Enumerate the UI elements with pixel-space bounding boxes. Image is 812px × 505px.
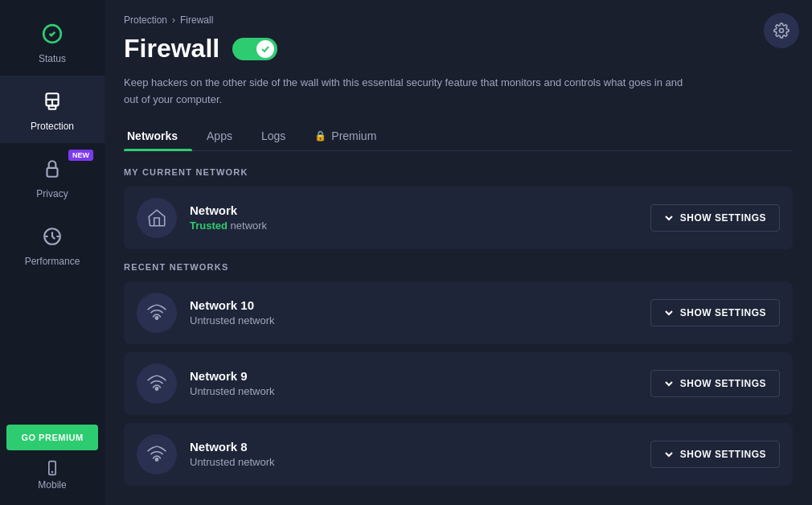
sidebar-item-mobile-label: Mobile	[38, 479, 66, 491]
recent-network-name-2: Network 8	[190, 440, 638, 454]
recent-network-info-0: Network 10 Untrusted network	[190, 298, 638, 326]
chevron-down-icon-0	[664, 308, 674, 318]
privacy-icon	[38, 154, 67, 183]
sidebar: Status Protection NEW Privacy	[0, 0, 105, 505]
tab-premium[interactable]: 🔒 Premium	[300, 123, 391, 150]
recent-network-show-settings-button-1[interactable]: SHOW SETTINGS	[650, 370, 780, 397]
recent-network-card-0: Network 10 Untrusted network SHOW SETTIN…	[124, 281, 793, 344]
svg-point-15	[155, 387, 158, 389]
page-title-row: Firewall	[124, 34, 793, 64]
current-network-show-settings-button[interactable]: SHOW SETTINGS	[650, 204, 780, 232]
breadcrumb-parent: Protection	[124, 14, 167, 26]
chevron-down-icon-2	[664, 450, 674, 459]
recent-network-status-1: Untrusted network	[190, 385, 638, 397]
tab-networks-label: Networks	[127, 129, 178, 142]
tab-apps[interactable]: Apps	[192, 123, 247, 150]
recent-network-settings-label-0: SHOW SETTINGS	[680, 307, 766, 318]
recent-network-status-0: Untrusted network	[190, 314, 638, 326]
sidebar-item-protection-label: Protection	[31, 121, 74, 132]
content-area: MY CURRENT NETWORK Network Trusted netwo…	[105, 151, 812, 505]
sidebar-item-performance[interactable]: Performance	[0, 211, 105, 278]
recent-network-name-0: Network 10	[190, 298, 638, 312]
firewall-toggle[interactable]	[232, 38, 277, 60]
trusted-suffix: network	[228, 220, 267, 232]
svg-point-11	[780, 29, 784, 33]
breadcrumb-current: Firewall	[180, 14, 213, 26]
recent-network-info-2: Network 8 Untrusted network	[190, 440, 638, 468]
wifi-icon-1	[146, 373, 167, 394]
recent-network-info-1: Network 9 Untrusted network	[190, 369, 638, 397]
current-network-name: Network	[190, 203, 638, 217]
recent-network-icon-0	[137, 293, 177, 333]
protection-icon	[38, 87, 67, 116]
recent-network-show-settings-button-0[interactable]: SHOW SETTINGS	[650, 299, 780, 326]
current-network-icon	[137, 198, 177, 238]
recent-network-card-2: Network 8 Untrusted network SHOW SETTING…	[124, 423, 793, 486]
recent-network-settings-label-1: SHOW SETTINGS	[680, 378, 766, 389]
performance-icon	[38, 222, 67, 251]
recent-networks-label: RECENT NETWORKS	[124, 262, 793, 272]
breadcrumb: Protection › Firewall	[124, 14, 793, 26]
chevron-down-icon-1	[664, 379, 674, 388]
main-content: Protection › Firewall Firewall Keep hack…	[105, 0, 812, 505]
chevron-down-icon	[664, 213, 674, 223]
sidebar-item-protection[interactable]: Protection	[0, 76, 105, 143]
wifi-icon-0	[146, 302, 167, 323]
page-description: Keep hackers on the other side of the wa…	[124, 75, 687, 109]
page-title: Firewall	[124, 34, 219, 64]
svg-rect-5	[47, 168, 58, 177]
current-network-card: Network Trusted network SHOW SETTINGS	[124, 187, 793, 249]
svg-rect-4	[49, 105, 56, 109]
lock-icon: 🔒	[314, 130, 326, 142]
toggle-knob	[256, 40, 274, 58]
tab-networks[interactable]: Networks	[124, 123, 192, 150]
mobile-icon	[44, 460, 60, 476]
gear-icon	[773, 23, 789, 39]
sidebar-item-mobile[interactable]: Mobile	[0, 454, 105, 497]
tab-logs[interactable]: Logs	[247, 123, 300, 150]
current-network-settings-label: SHOW SETTINGS	[680, 212, 766, 224]
recent-network-status-2: Untrusted network	[190, 456, 638, 468]
current-network-label: MY CURRENT NETWORK	[124, 167, 793, 177]
recent-network-card-1: Network 9 Untrusted network SHOW SETTING…	[124, 352, 793, 415]
recent-network-name-1: Network 9	[190, 369, 638, 383]
recent-network-icon-1	[137, 363, 177, 404]
sidebar-item-status[interactable]: Status	[0, 8, 105, 76]
current-network-info: Network Trusted network	[190, 203, 638, 232]
sidebar-item-privacy-label: Privacy	[36, 188, 68, 199]
check-icon	[260, 44, 270, 54]
sidebar-item-status-label: Status	[39, 53, 66, 64]
recent-network-show-settings-button-2[interactable]: SHOW SETTINGS	[650, 441, 780, 468]
current-network-status: Trusted network	[190, 220, 638, 232]
tab-premium-label: Premium	[331, 129, 376, 142]
current-network-section: MY CURRENT NETWORK Network Trusted netwo…	[124, 167, 793, 249]
recent-network-settings-label-2: SHOW SETTINGS	[680, 449, 766, 460]
header-area: Protection › Firewall Firewall Keep hack…	[105, 0, 812, 123]
svg-point-18	[155, 458, 158, 460]
toggle-switch[interactable]	[232, 38, 277, 60]
recent-network-icon-2	[137, 434, 177, 474]
svg-point-12	[155, 316, 158, 318]
tab-logs-label: Logs	[261, 129, 285, 142]
home-icon	[146, 207, 167, 228]
status-icon	[38, 19, 67, 48]
settings-gear-button[interactable]	[764, 13, 799, 48]
sidebar-item-privacy[interactable]: NEW Privacy	[0, 143, 105, 211]
sidebar-item-performance-label: Performance	[25, 256, 80, 267]
tab-apps-label: Apps	[207, 129, 232, 142]
recent-networks-section: RECENT NETWORKS Network 10 Untrusted n	[124, 262, 793, 486]
trusted-label: Trusted	[190, 220, 228, 232]
wifi-icon-2	[146, 444, 167, 465]
go-premium-button[interactable]: GO PREMIUM	[6, 425, 98, 450]
tabs: Networks Apps Logs 🔒 Premium	[124, 123, 793, 151]
breadcrumb-separator: ›	[172, 14, 175, 26]
new-badge: NEW	[68, 150, 93, 161]
